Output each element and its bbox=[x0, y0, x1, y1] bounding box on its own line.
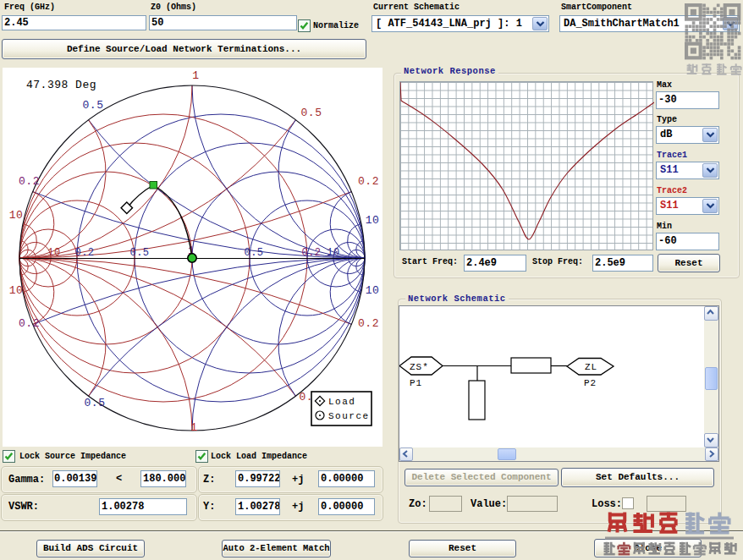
svg-text:Load: Load bbox=[328, 397, 355, 407]
svg-text:Source: Source bbox=[328, 411, 370, 421]
svg-text:0.2: 0.2 bbox=[19, 317, 40, 330]
svg-text:0.2: 0.2 bbox=[358, 175, 379, 188]
svg-text:0.2: 0.2 bbox=[301, 247, 321, 259]
svg-text:10: 10 bbox=[366, 284, 380, 297]
svg-text:0.5: 0.5 bbox=[129, 247, 149, 259]
svg-text:0.5: 0.5 bbox=[83, 99, 104, 112]
svg-text:P1: P1 bbox=[410, 378, 422, 388]
svg-text:10: 10 bbox=[9, 209, 24, 222]
svg-text:1: 1 bbox=[192, 69, 199, 82]
svg-text:0.2: 0.2 bbox=[19, 175, 40, 188]
svg-text:10: 10 bbox=[47, 247, 60, 259]
svg-text:0.2: 0.2 bbox=[74, 247, 94, 259]
svg-text:10: 10 bbox=[366, 214, 380, 227]
svg-text:0.2: 0.2 bbox=[358, 317, 379, 330]
svg-text:P2: P2 bbox=[584, 378, 597, 388]
svg-text:ZS*: ZS* bbox=[410, 362, 429, 372]
svg-text:47.398 Deg: 47.398 Deg bbox=[26, 79, 96, 91]
svg-text:ZL: ZL bbox=[585, 362, 597, 372]
svg-text:0.5: 0.5 bbox=[85, 397, 106, 409]
svg-text:10: 10 bbox=[9, 284, 24, 297]
svg-text:1: 1 bbox=[190, 421, 197, 434]
svg-text:0.5: 0.5 bbox=[244, 247, 263, 259]
svg-text:10: 10 bbox=[327, 247, 339, 259]
svg-text:0.5: 0.5 bbox=[301, 107, 322, 119]
